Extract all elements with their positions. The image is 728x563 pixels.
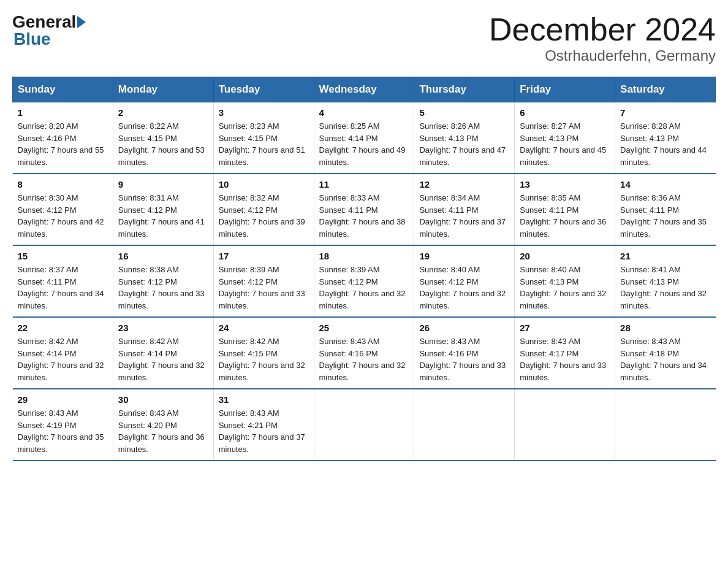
day-number: 25 (319, 323, 409, 333)
day-info: Sunrise: 8:32 AMSunset: 4:12 PMDaylight:… (219, 193, 305, 239)
day-info: Sunrise: 8:38 AMSunset: 4:12 PMDaylight:… (118, 265, 205, 310)
column-header-monday: Monday (113, 77, 213, 102)
day-info: Sunrise: 8:43 AMSunset: 4:16 PMDaylight:… (319, 337, 406, 382)
calendar-cell (515, 389, 615, 461)
day-number: 14 (620, 179, 710, 190)
calendar-cell: 9Sunrise: 8:31 AMSunset: 4:12 PMDaylight… (113, 174, 213, 245)
calendar-cell: 19Sunrise: 8:40 AMSunset: 4:12 PMDayligh… (414, 245, 515, 317)
day-number: 31 (219, 394, 309, 405)
day-number: 26 (419, 323, 509, 333)
calendar-cell (314, 389, 414, 461)
day-info: Sunrise: 8:20 AMSunset: 4:16 PMDaylight:… (18, 121, 104, 167)
day-info: Sunrise: 8:42 AMSunset: 4:14 PMDaylight:… (118, 337, 205, 382)
calendar-week-row: 29Sunrise: 8:43 AMSunset: 4:19 PMDayligh… (13, 389, 716, 461)
day-info: Sunrise: 8:43 AMSunset: 4:16 PMDaylight:… (419, 337, 506, 382)
calendar-cell: 16Sunrise: 8:38 AMSunset: 4:12 PMDayligh… (113, 245, 213, 317)
day-info: Sunrise: 8:27 AMSunset: 4:13 PMDaylight:… (520, 121, 606, 167)
column-header-thursday: Thursday (414, 77, 515, 102)
calendar-cell: 7Sunrise: 8:28 AMSunset: 4:13 PMDaylight… (615, 102, 716, 174)
day-info: Sunrise: 8:28 AMSunset: 4:13 PMDaylight:… (620, 121, 707, 167)
calendar-cell (414, 389, 515, 461)
day-number: 16 (118, 251, 208, 261)
day-number: 24 (219, 323, 309, 333)
day-number: 7 (620, 107, 710, 118)
day-number: 2 (118, 107, 208, 118)
calendar-cell: 14Sunrise: 8:36 AMSunset: 4:11 PMDayligh… (615, 174, 716, 245)
calendar-cell: 28Sunrise: 8:43 AMSunset: 4:18 PMDayligh… (615, 317, 716, 389)
calendar-cell: 6Sunrise: 8:27 AMSunset: 4:13 PMDaylight… (515, 102, 615, 174)
month-title: December 2024 (489, 12, 716, 47)
day-info: Sunrise: 8:23 AMSunset: 4:15 PMDaylight:… (219, 121, 305, 167)
calendar-cell: 30Sunrise: 8:43 AMSunset: 4:20 PMDayligh… (113, 389, 213, 461)
day-number: 13 (520, 179, 610, 190)
calendar-cell: 4Sunrise: 8:25 AMSunset: 4:14 PMDaylight… (314, 102, 414, 174)
day-info: Sunrise: 8:40 AMSunset: 4:13 PMDaylight:… (520, 265, 606, 310)
day-number: 22 (18, 323, 108, 333)
column-header-friday: Friday (515, 77, 615, 102)
day-number: 9 (118, 179, 208, 190)
day-number: 29 (18, 394, 108, 405)
day-number: 5 (419, 107, 509, 118)
day-info: Sunrise: 8:25 AMSunset: 4:14 PMDaylight:… (319, 121, 406, 167)
calendar-cell: 10Sunrise: 8:32 AMSunset: 4:12 PMDayligh… (213, 174, 314, 245)
calendar-week-row: 15Sunrise: 8:37 AMSunset: 4:11 PMDayligh… (13, 245, 716, 317)
day-info: Sunrise: 8:43 AMSunset: 4:17 PMDaylight:… (520, 337, 606, 382)
day-info: Sunrise: 8:36 AMSunset: 4:11 PMDaylight:… (620, 193, 707, 239)
day-number: 20 (520, 251, 610, 261)
location-title: Ostrhauderfehn, Germany (489, 47, 716, 64)
day-info: Sunrise: 8:31 AMSunset: 4:12 PMDaylight:… (118, 193, 205, 239)
calendar-cell: 25Sunrise: 8:43 AMSunset: 4:16 PMDayligh… (314, 317, 414, 389)
calendar-week-row: 8Sunrise: 8:30 AMSunset: 4:12 PMDaylight… (13, 174, 716, 245)
day-info: Sunrise: 8:43 AMSunset: 4:20 PMDaylight:… (118, 408, 205, 454)
day-number: 19 (419, 251, 509, 261)
calendar-week-row: 1Sunrise: 8:20 AMSunset: 4:16 PMDaylight… (13, 102, 716, 174)
day-number: 3 (219, 107, 309, 118)
calendar-week-row: 22Sunrise: 8:42 AMSunset: 4:14 PMDayligh… (13, 317, 716, 389)
day-number: 21 (620, 251, 710, 261)
day-info: Sunrise: 8:39 AMSunset: 4:12 PMDaylight:… (319, 265, 406, 310)
calendar-cell: 2Sunrise: 8:22 AMSunset: 4:15 PMDaylight… (113, 102, 213, 174)
column-header-tuesday: Tuesday (213, 77, 314, 102)
calendar-cell: 26Sunrise: 8:43 AMSunset: 4:16 PMDayligh… (414, 317, 515, 389)
calendar-table: SundayMondayTuesdayWednesdayThursdayFrid… (12, 77, 716, 461)
day-number: 10 (219, 179, 309, 190)
calendar-cell: 3Sunrise: 8:23 AMSunset: 4:15 PMDaylight… (213, 102, 314, 174)
day-number: 12 (419, 179, 509, 190)
day-info: Sunrise: 8:42 AMSunset: 4:15 PMDaylight:… (219, 337, 305, 382)
day-info: Sunrise: 8:22 AMSunset: 4:15 PMDaylight:… (118, 121, 205, 167)
day-number: 15 (18, 251, 108, 261)
day-number: 8 (18, 179, 108, 190)
column-header-saturday: Saturday (615, 77, 716, 102)
column-header-wednesday: Wednesday (314, 77, 414, 102)
calendar-cell: 29Sunrise: 8:43 AMSunset: 4:19 PMDayligh… (13, 389, 113, 461)
calendar-cell: 22Sunrise: 8:42 AMSunset: 4:14 PMDayligh… (13, 317, 113, 389)
day-info: Sunrise: 8:40 AMSunset: 4:12 PMDaylight:… (419, 265, 506, 310)
day-number: 30 (118, 394, 208, 405)
calendar-cell: 13Sunrise: 8:35 AMSunset: 4:11 PMDayligh… (515, 174, 615, 245)
day-number: 11 (319, 179, 409, 190)
day-info: Sunrise: 8:41 AMSunset: 4:13 PMDaylight:… (620, 265, 707, 310)
day-info: Sunrise: 8:34 AMSunset: 4:11 PMDaylight:… (419, 193, 506, 239)
calendar-cell: 8Sunrise: 8:30 AMSunset: 4:12 PMDaylight… (13, 174, 113, 245)
day-info: Sunrise: 8:33 AMSunset: 4:11 PMDaylight:… (319, 193, 406, 239)
day-number: 23 (118, 323, 208, 333)
day-info: Sunrise: 8:39 AMSunset: 4:12 PMDaylight:… (219, 265, 305, 310)
calendar-cell: 12Sunrise: 8:34 AMSunset: 4:11 PMDayligh… (414, 174, 515, 245)
day-number: 1 (18, 107, 108, 118)
day-info: Sunrise: 8:43 AMSunset: 4:21 PMDaylight:… (219, 408, 305, 454)
calendar-cell: 17Sunrise: 8:39 AMSunset: 4:12 PMDayligh… (213, 245, 314, 317)
column-header-sunday: Sunday (13, 77, 113, 102)
calendar-cell: 21Sunrise: 8:41 AMSunset: 4:13 PMDayligh… (615, 245, 716, 317)
day-info: Sunrise: 8:43 AMSunset: 4:19 PMDaylight:… (18, 408, 104, 454)
day-number: 4 (319, 107, 409, 118)
calendar-cell: 20Sunrise: 8:40 AMSunset: 4:13 PMDayligh… (515, 245, 615, 317)
calendar-cell: 23Sunrise: 8:42 AMSunset: 4:14 PMDayligh… (113, 317, 213, 389)
day-info: Sunrise: 8:30 AMSunset: 4:12 PMDaylight:… (18, 193, 104, 239)
calendar-cell: 27Sunrise: 8:43 AMSunset: 4:17 PMDayligh… (515, 317, 615, 389)
day-number: 28 (620, 323, 710, 333)
calendar-cell: 31Sunrise: 8:43 AMSunset: 4:21 PMDayligh… (213, 389, 314, 461)
day-info: Sunrise: 8:26 AMSunset: 4:13 PMDaylight:… (419, 121, 506, 167)
logo: General Blue (12, 12, 87, 49)
calendar-cell (615, 389, 716, 461)
calendar-header-row: SundayMondayTuesdayWednesdayThursdayFrid… (13, 77, 716, 102)
